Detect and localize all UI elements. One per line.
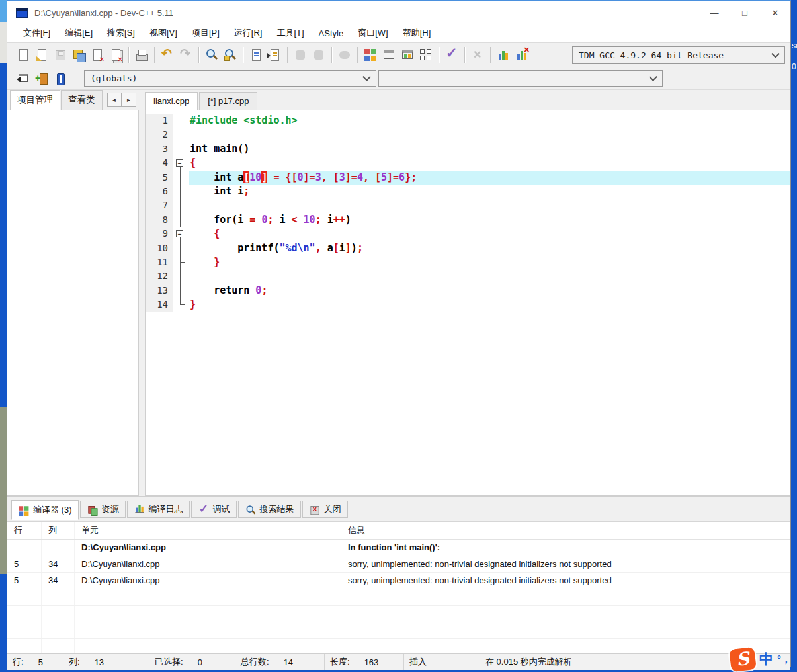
find-in-files-icon xyxy=(223,48,237,62)
table-row[interactable] xyxy=(7,589,790,606)
code-line[interactable]: 7 xyxy=(146,198,790,212)
toggle-bookmark-button[interactable] xyxy=(32,69,51,88)
fold-marker[interactable] xyxy=(173,227,189,241)
line-number[interactable]: 14 xyxy=(146,298,173,312)
table-row[interactable] xyxy=(7,606,790,622)
report-tab-2[interactable]: 资源 xyxy=(80,501,126,518)
panel-splitter[interactable] xyxy=(139,90,145,496)
line-number[interactable]: 11 xyxy=(146,255,173,269)
line-number[interactable]: 8 xyxy=(146,213,173,227)
ime-punctuation-indicator[interactable]: °， xyxy=(777,653,791,666)
run-button[interactable] xyxy=(380,46,398,64)
table-row[interactable] xyxy=(7,622,790,639)
icon-part xyxy=(136,507,138,512)
table-row[interactable]: D:\Cyuyan\lianxi.cppIn function 'int mai… xyxy=(7,540,790,556)
tab-scroll-left-button[interactable]: ◄ xyxy=(107,93,122,107)
code-line[interactable]: 10 printf("%d\n", a[i]); xyxy=(146,241,790,255)
line-number[interactable]: 2 xyxy=(146,128,173,142)
menu-item-9[interactable]: 窗口[W] xyxy=(351,27,396,39)
compiler-select[interactable]: TDM-GCC 4.9.2 64-bit Release xyxy=(572,46,785,64)
menu-item-5[interactable]: 项目[P] xyxy=(185,27,227,39)
editor-tab-2[interactable]: [*] p17.cpp xyxy=(199,92,257,110)
table-row[interactable] xyxy=(7,639,790,653)
ime-language-indicator[interactable]: 中 xyxy=(759,650,773,669)
print-button[interactable] xyxy=(132,46,151,64)
report-tab-label: 编译日志 xyxy=(149,503,183,515)
line-number[interactable]: 7 xyxy=(146,198,173,212)
line-number[interactable]: 6 xyxy=(146,185,173,198)
code-line[interactable]: 12 xyxy=(146,269,790,283)
delete-profiling-button[interactable] xyxy=(513,46,531,64)
compile-and-run-button[interactable] xyxy=(398,46,417,64)
close-button[interactable]: ✕ xyxy=(760,1,790,24)
incremental-search-button[interactable] xyxy=(265,46,284,64)
member-select[interactable] xyxy=(378,70,663,87)
profile-button[interactable] xyxy=(494,46,513,64)
save-all-button[interactable] xyxy=(69,46,88,64)
title-bar[interactable]: D:\Cyuyan\lianxi.cpp - Dev-C++ 5.11 — □ … xyxy=(7,1,790,24)
code-line[interactable]: 5 int a[10] = {[0]=3, [3]=4, [5]=6}; xyxy=(146,171,790,185)
code-line[interactable]: 11 } xyxy=(146,255,790,269)
report-tab-3[interactable]: 编译日志 xyxy=(127,501,190,518)
table-row[interactable]: 534D:\Cyuyan\lianxi.cppsorry, unimplemen… xyxy=(7,573,790,589)
code-seg xyxy=(298,214,304,226)
class-browser-select[interactable]: (globals) xyxy=(84,70,376,87)
project-tree[interactable] xyxy=(7,110,139,496)
report-tab-1[interactable]: 编译器 (3) xyxy=(11,500,79,520)
line-number[interactable]: 13 xyxy=(146,284,173,298)
code-line[interactable]: 1#include <stdio.h> xyxy=(146,114,790,128)
line-number[interactable]: 4 xyxy=(146,156,173,170)
code-seg: { xyxy=(190,157,196,169)
code-line[interactable]: 14} xyxy=(146,298,790,312)
insert-snippet-button[interactable] xyxy=(14,69,32,88)
menu-item-6[interactable]: 运行[R] xyxy=(227,27,270,39)
fold-marker[interactable] xyxy=(173,156,189,170)
line-number[interactable]: 1 xyxy=(146,114,173,128)
line-number[interactable]: 12 xyxy=(146,269,173,283)
rebuild-all-button[interactable] xyxy=(417,46,435,64)
undo-button[interactable] xyxy=(158,46,177,64)
minimize-button[interactable]: — xyxy=(699,1,730,24)
replace-button[interactable] xyxy=(247,46,265,64)
code-editor[interactable]: 1#include <stdio.h>23int main()4{5 int a… xyxy=(145,110,790,496)
code-line[interactable]: 6 int i; xyxy=(146,185,790,198)
code-line[interactable]: 2 xyxy=(146,128,790,142)
back-button xyxy=(291,46,310,64)
menu-item-1[interactable]: 文件[F] xyxy=(16,27,58,39)
open-button[interactable] xyxy=(32,46,51,64)
line-number[interactable]: 3 xyxy=(146,142,173,156)
sogou-logo-icon[interactable]: S xyxy=(729,647,757,672)
icon-part xyxy=(371,49,376,54)
new-source-button[interactable] xyxy=(14,46,32,64)
maximize-button[interactable]: □ xyxy=(730,1,760,24)
compile-button[interactable] xyxy=(361,46,380,64)
table-row[interactable]: 534D:\Cyuyan\lianxi.cppsorry, unimplemen… xyxy=(7,556,790,573)
code-line[interactable]: 9 { xyxy=(146,227,790,241)
menu-item-7[interactable]: 工具[T] xyxy=(269,27,311,39)
code-line[interactable]: 4{ xyxy=(146,156,790,170)
code-line[interactable]: 3int main() xyxy=(146,142,790,156)
close-all-button[interactable] xyxy=(106,46,125,64)
menu-item-3[interactable]: 搜索[S] xyxy=(100,27,142,39)
line-number[interactable]: 5 xyxy=(146,171,173,185)
code-line[interactable]: 8 for(i = 0; i < 10; i++) xyxy=(146,213,790,227)
menu-item-2[interactable]: 编辑[E] xyxy=(58,27,100,39)
menu-item-8[interactable]: AStyle xyxy=(312,28,351,38)
close-file-button[interactable] xyxy=(88,46,106,64)
panel-tab-1[interactable]: 项目管理 xyxy=(10,90,60,110)
menu-item-10[interactable]: 帮助[H] xyxy=(396,27,439,39)
menu-item-4[interactable]: 视图[V] xyxy=(142,27,185,39)
goto-bookmark-button[interactable] xyxy=(51,69,69,88)
line-number[interactable]: 10 xyxy=(146,241,173,255)
report-tab-5[interactable]: 搜索结果 xyxy=(238,501,301,518)
tab-scroll-right-button[interactable]: ► xyxy=(122,93,136,107)
find-in-files-button[interactable] xyxy=(221,46,239,64)
report-tab-6[interactable]: 关闭 xyxy=(302,501,348,518)
syntax-check-button[interactable] xyxy=(442,46,461,64)
editor-tab-1[interactable]: lianxi.cpp xyxy=(145,92,198,110)
report-tab-4[interactable]: 调试 xyxy=(191,501,237,518)
find-button[interactable] xyxy=(202,46,221,64)
panel-tab-2[interactable]: 查看类 xyxy=(61,90,103,110)
line-number[interactable]: 9 xyxy=(146,227,173,241)
code-line[interactable]: 13 return 0; xyxy=(146,284,790,298)
